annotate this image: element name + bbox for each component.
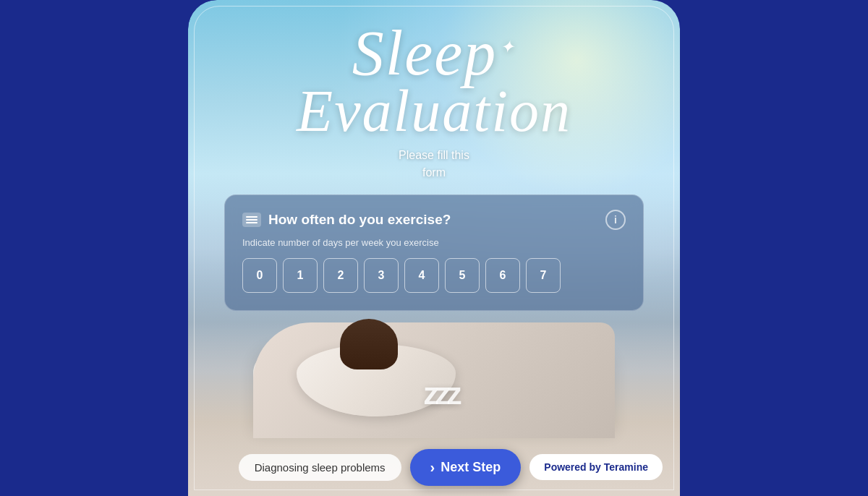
question-icon-lines xyxy=(246,216,258,223)
powered-by-brand: Teramine xyxy=(604,461,648,473)
question-header: How often do you exercise? i xyxy=(242,210,626,230)
powered-by: Powered by Teramine xyxy=(529,454,663,480)
question-subtitle: Indicate number of days per week you exe… xyxy=(242,237,626,248)
options-row: 01234567 xyxy=(242,258,626,293)
option-button-5[interactable]: 5 xyxy=(445,258,480,293)
icon-line-1 xyxy=(246,216,258,218)
title-evaluation: Evaluation xyxy=(297,82,571,141)
subtitle-line2: form xyxy=(422,166,446,179)
option-button-7[interactable]: 7 xyxy=(526,258,561,293)
subtitle: Please fill this form xyxy=(399,147,469,181)
powered-by-prefix: Powered by xyxy=(544,461,601,473)
option-button-3[interactable]: 3 xyxy=(364,258,399,293)
question-title-row: How often do you exercise? xyxy=(242,212,451,228)
subtitle-line1: Please fill this xyxy=(399,149,469,161)
option-button-4[interactable]: 4 xyxy=(404,258,439,293)
next-step-arrow: › xyxy=(430,459,435,476)
icon-line-2 xyxy=(246,219,258,221)
bottom-bar: Diagnosing sleep problems › Next Step Po… xyxy=(188,438,680,496)
next-step-button[interactable]: › Next Step xyxy=(410,449,522,486)
diagnosing-pill: Diagnosing sleep problems xyxy=(239,454,401,481)
question-icon xyxy=(242,213,261,227)
zzz-area: zzz xyxy=(424,379,459,409)
content-area: Sleep✦ Evaluation Please fill this form … xyxy=(188,0,680,311)
question-text: How often do you exercise? xyxy=(268,212,451,228)
option-button-6[interactable]: 6 xyxy=(485,258,520,293)
star-icon: ✦ xyxy=(500,38,516,56)
option-button-1[interactable]: 1 xyxy=(283,258,318,293)
icon-line-3 xyxy=(246,222,258,223)
info-button[interactable]: i xyxy=(605,210,626,230)
option-button-2[interactable]: 2 xyxy=(323,258,358,293)
next-step-label: Next Step xyxy=(441,460,501,475)
main-container: Sleep✦ Evaluation Please fill this form … xyxy=(188,0,680,496)
zzz-text: zzz xyxy=(424,379,459,409)
hair xyxy=(340,319,398,369)
question-card: How often do you exercise? i Indicate nu… xyxy=(224,194,644,311)
option-button-0[interactable]: 0 xyxy=(242,258,277,293)
title-sleep: Sleep✦ xyxy=(352,22,516,85)
